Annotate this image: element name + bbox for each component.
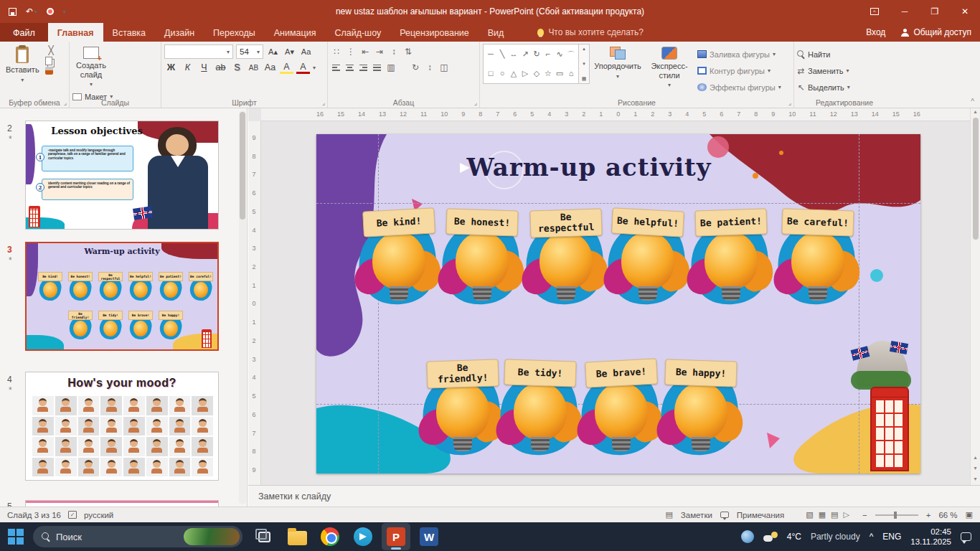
vertical-ruler[interactable]: 9876543210123456789 bbox=[248, 121, 261, 485]
lightbulb-shape[interactable]: Be patient! bbox=[690, 206, 772, 315]
zoom-slider[interactable] bbox=[875, 514, 918, 516]
shape-icon[interactable]: ↔ bbox=[509, 50, 519, 60]
lightbulb-shape[interactable]: Be brave! bbox=[580, 357, 662, 466]
start-button[interactable] bbox=[7, 528, 24, 545]
chrome-icon[interactable] bbox=[316, 523, 344, 550]
language-indicator[interactable]: русский bbox=[84, 511, 113, 519]
format-painter-icon[interactable] bbox=[45, 67, 53, 75]
customize-quick-access-icon[interactable]: ▾ bbox=[63, 9, 66, 15]
shapes-up-icon[interactable]: ▴ bbox=[583, 46, 585, 52]
notification-icon[interactable] bbox=[961, 532, 971, 541]
arrange-button[interactable]: Упорядочить▾ bbox=[594, 44, 641, 80]
shapes-more-icon[interactable]: ▦ bbox=[582, 76, 587, 82]
view-button-0[interactable]: ▧ bbox=[806, 510, 813, 519]
comments-toggle[interactable]: Примечания bbox=[737, 511, 784, 519]
paragraph-icon-0[interactable]: ∷ bbox=[331, 47, 342, 57]
sign-in-button[interactable]: Вход bbox=[866, 27, 885, 37]
tab-Анимация[interactable]: Анимация bbox=[265, 23, 326, 42]
lightbulb-shape[interactable]: Be careful! bbox=[777, 206, 859, 315]
quick-styles-button[interactable]: Экспресс-стили▾ bbox=[646, 44, 693, 88]
paragraph-icon-2[interactable]: ⇤ bbox=[359, 47, 371, 57]
italic-button[interactable]: К bbox=[181, 60, 194, 75]
character-spacing-button[interactable]: АВ bbox=[247, 60, 260, 75]
zoom-in-button[interactable]: + bbox=[926, 511, 931, 519]
slide-thumbnail-3-selected[interactable]: Warm-up activity Be kind!Be honest!Be re… bbox=[25, 242, 219, 351]
lightbulb-shape[interactable]: Be helpful! bbox=[607, 206, 689, 315]
collapse-ribbon-icon[interactable]: ^ bbox=[971, 98, 974, 105]
weather-temp[interactable]: 4°C bbox=[787, 532, 801, 542]
shape-icon[interactable]: ⌂ bbox=[566, 69, 576, 78]
scrollbar-thumb[interactable] bbox=[973, 118, 979, 240]
shape-icon[interactable]: ▭ bbox=[555, 69, 565, 78]
shapes-gallery[interactable]: ─╲↔↗↻⌐∿⌒ □○△▷◇☆▭⌂ bbox=[483, 44, 579, 84]
paragraph-icon-4[interactable]: ↕ bbox=[388, 47, 400, 57]
shape-icon[interactable]: ∿ bbox=[555, 50, 565, 60]
slide-thumbnail-5-partial[interactable] bbox=[25, 500, 219, 507]
cut-icon[interactable]: ╳ bbox=[45, 45, 57, 55]
notes-pane[interactable]: Заметки к слайду bbox=[248, 485, 980, 507]
select-button[interactable]: ↖Выделить▾ bbox=[797, 80, 850, 95]
find-button[interactable]: Найти bbox=[797, 47, 850, 62]
bold-button[interactable]: Ж bbox=[164, 60, 178, 75]
tab-Вставка[interactable]: Вставка bbox=[103, 23, 155, 42]
align-left-icon[interactable] bbox=[331, 64, 341, 72]
tab-Вид[interactable]: Вид bbox=[479, 23, 514, 42]
bulb-label[interactable]: Be friendly! bbox=[426, 359, 499, 388]
view-button-2[interactable]: ▤ bbox=[831, 510, 838, 519]
bulb-label[interactable]: Be helpful! bbox=[611, 207, 684, 237]
share-button[interactable]: Общий доступ bbox=[901, 27, 971, 37]
lightbulb-shape[interactable]: Be friendly! bbox=[422, 357, 504, 466]
shapes-down-icon[interactable]: ▾ bbox=[583, 61, 585, 67]
main-scrollbar[interactable]: ▴ ▴ ▾ ▾ bbox=[970, 108, 980, 485]
shape-icon[interactable]: ○ bbox=[497, 69, 507, 78]
justify-icon[interactable] bbox=[372, 64, 382, 72]
horizontal-guide[interactable] bbox=[316, 203, 920, 204]
paragraph-dialog-launcher-icon[interactable]: ⌟ bbox=[474, 99, 477, 106]
save-icon[interactable] bbox=[9, 8, 17, 16]
vertical-guide[interactable] bbox=[859, 134, 859, 474]
decrease-font-icon[interactable]: А▾ bbox=[283, 44, 296, 59]
tab-Слайд-шоу[interactable]: Слайд-шоу bbox=[325, 23, 390, 42]
file-explorer-icon[interactable] bbox=[283, 523, 311, 550]
spellcheck-icon[interactable]: ✓ bbox=[68, 511, 77, 519]
tab-Дизайн[interactable]: Дизайн bbox=[155, 23, 204, 42]
lightbulb-shape[interactable]: Be happy! bbox=[660, 357, 742, 466]
bulb-label[interactable]: Be careful! bbox=[781, 208, 854, 236]
slide-canvas[interactable]: Warm-up activity Be kind!Be honest!Be re… bbox=[316, 134, 920, 474]
taskbar-search[interactable]: Поиск bbox=[33, 526, 242, 547]
search-highlight-image[interactable] bbox=[184, 528, 240, 545]
align-center-icon[interactable] bbox=[344, 64, 355, 72]
text-direction-icon[interactable]: ↻ bbox=[410, 62, 421, 72]
columns-icon[interactable]: ▥ bbox=[385, 62, 397, 72]
bulb-label[interactable]: Be respectful bbox=[529, 208, 602, 237]
paragraph-icon-1[interactable]: ⋮ bbox=[345, 47, 357, 57]
highlight-color-button[interactable]: А bbox=[280, 62, 293, 74]
font-size-combo[interactable]: 54▾ bbox=[236, 44, 263, 59]
fit-slide-icon[interactable]: ▣ bbox=[966, 510, 973, 519]
font-dialog-launcher-icon[interactable]: ⌟ bbox=[322, 99, 325, 106]
paste-button[interactable]: Вставить▾ bbox=[3, 44, 42, 83]
notes-toggle[interactable]: Заметки bbox=[681, 511, 712, 519]
align-right-icon[interactable] bbox=[358, 64, 369, 72]
align-text-icon[interactable]: ↕ bbox=[424, 62, 435, 72]
next-slide-icon[interactable]: ▾ bbox=[974, 465, 976, 471]
shape-icon[interactable]: ⌒ bbox=[566, 50, 576, 60]
tab-Главная[interactable]: Главная bbox=[48, 23, 103, 42]
record-icon[interactable] bbox=[47, 8, 54, 15]
input-language[interactable]: ENG bbox=[882, 532, 901, 542]
lightbulb-shape[interactable]: Be kind! bbox=[358, 206, 440, 315]
telegram-icon[interactable] bbox=[349, 523, 377, 550]
strikethrough-button[interactable]: ab bbox=[214, 60, 227, 75]
thumbnail-scrollbar[interactable] bbox=[239, 110, 246, 504]
copy-icon[interactable] bbox=[45, 57, 52, 65]
shape-icon[interactable]: ▷ bbox=[520, 69, 530, 78]
word-icon[interactable]: W bbox=[415, 523, 443, 550]
powerpoint-icon[interactable]: P bbox=[382, 523, 410, 550]
bulb-label[interactable]: Be tidy! bbox=[504, 359, 576, 387]
view-button-1[interactable]: ▦ bbox=[819, 510, 826, 519]
slide-thumbnail-2[interactable]: Lesson objectives 1 -navigate talk and m… bbox=[25, 121, 219, 230]
slide-thumbnail-4[interactable]: How's your mood? bbox=[25, 372, 219, 481]
shape-icon[interactable]: □ bbox=[486, 69, 496, 78]
bulb-label[interactable]: Be patient! bbox=[694, 208, 767, 236]
tell-me-box[interactable]: Что вы хотите сделать? bbox=[537, 23, 644, 42]
